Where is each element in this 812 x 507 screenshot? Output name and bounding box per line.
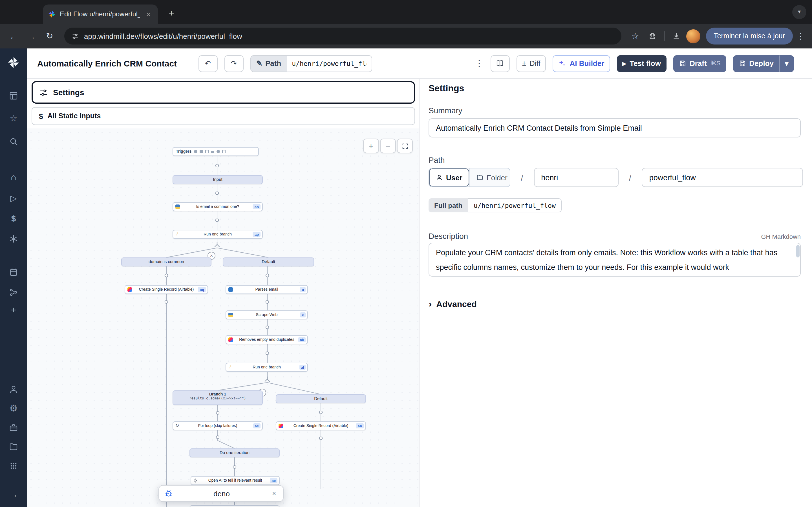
flow-node-removes-duplicates[interactable]: Removes empty and duplicates ak: [225, 335, 308, 344]
flow-node-input[interactable]: Input: [172, 175, 263, 184]
zoom-fit-button[interactable]: [397, 138, 413, 153]
flow-branch-default-1[interactable]: Default: [223, 258, 314, 267]
http-icon: [205, 150, 208, 153]
flow-node-create-record-1[interactable]: Create Single Record (Airtable) aq: [124, 285, 208, 294]
sidebar-item-settings[interactable]: ⚙: [0, 404, 27, 413]
reload-button[interactable]: ↻: [42, 28, 57, 44]
app-sidebar: ☆ ⌂ ▷ $ + ⚙ →: [0, 48, 27, 507]
tab-title: Edit Flow u/henri/powerful_flow: [60, 10, 140, 18]
sidebar-item-user[interactable]: [9, 385, 18, 394]
flow-branch-domain-common[interactable]: domain is common: [121, 258, 211, 267]
node-badge: ak: [298, 337, 306, 342]
sidebar-item-home[interactable]: ⌂: [0, 173, 27, 182]
back-button[interactable]: ←: [6, 28, 21, 44]
redo-button[interactable]: ↷: [224, 55, 243, 72]
path-separator: /: [618, 173, 642, 182]
flow-settings-selector[interactable]: Settings: [32, 81, 415, 104]
header-more-icon[interactable]: ⋮: [475, 58, 484, 69]
flow-node-for-loop[interactable]: ↻ For loop (skip failures) ac: [172, 421, 263, 431]
advanced-label: Advanced: [436, 299, 476, 309]
deploy-icon: [739, 60, 746, 67]
runtime-tooltip[interactable]: deno ×: [158, 485, 284, 502]
sidebar-item-resources[interactable]: [9, 234, 18, 243]
draft-button[interactable]: Draft ⌘S: [673, 55, 726, 72]
email-trigger-icon: [216, 150, 220, 153]
diff-button[interactable]: ± Diff: [516, 55, 546, 72]
markdown-hint: GH Markdown: [761, 233, 801, 240]
advanced-section-toggle[interactable]: › Advanced: [428, 299, 803, 309]
undo-button[interactable]: ↶: [198, 55, 217, 72]
zoom-in-button[interactable]: +: [363, 138, 379, 153]
flow-branch-1[interactable]: Branch 1 results.c.some((x)=>x!==""): [172, 390, 263, 405]
tab-close-icon[interactable]: ×: [144, 10, 153, 18]
flow-title[interactable]: Automatically Enrich CRM Contact: [37, 59, 177, 68]
node-badge: an: [356, 424, 364, 429]
forward-button[interactable]: →: [24, 28, 40, 44]
flow-node-email-check[interactable]: Is email a common one? ao: [172, 202, 263, 211]
sidebar-expand-icon[interactable]: →: [0, 490, 27, 499]
kafka-icon: [222, 150, 225, 153]
sidebar-item-runs[interactable]: ▷: [0, 194, 27, 203]
flow-branch-default-2[interactable]: Default: [276, 394, 366, 403]
flow-node-run-one-branch-1[interactable]: ⑂ Run one branch ap: [172, 230, 263, 239]
windmill-logo[interactable]: [7, 56, 20, 69]
browser-menu-icon[interactable]: ⋮: [795, 31, 806, 41]
test-flow-button[interactable]: ▶ Test flow: [617, 55, 666, 72]
flow-node-create-record-2[interactable]: Create Single Record (Airtable) an: [276, 421, 366, 431]
sidebar-item-workers[interactable]: [9, 288, 18, 297]
owner-kind-folder[interactable]: Folder: [469, 168, 510, 186]
path-name-input[interactable]: [642, 168, 803, 187]
full-path-value: u/henri/powerful_flow: [468, 198, 562, 212]
chrome-update-button[interactable]: Terminer la mise à jour: [706, 27, 793, 45]
node-badge: c: [300, 313, 306, 318]
summary-input[interactable]: [428, 118, 801, 137]
description-textarea[interactable]: Populate your CRM contacts' details from…: [428, 243, 801, 277]
flow-node-scrape-web[interactable]: Scrape Web c: [225, 311, 308, 320]
path-edit-button[interactable]: ✎ Path: [251, 55, 287, 71]
flow-node-triggers[interactable]: Triggers: [172, 147, 259, 156]
new-tab-button[interactable]: +: [165, 7, 178, 20]
flow-node-partial[interactable]: [190, 505, 280, 507]
sidebar-item-folders[interactable]: [9, 442, 18, 451]
sidebar-item-search[interactable]: [9, 137, 18, 146]
chevron-right-icon: ›: [428, 300, 432, 308]
flow-node-run-one-branch-2[interactable]: ⑂ Run one branch al: [225, 363, 308, 372]
tab-search-button[interactable]: ▾: [792, 5, 806, 19]
save-icon: [679, 60, 686, 67]
deploy-button[interactable]: Deploy: [733, 55, 779, 72]
flow-canvas[interactable]: + − Triggers Input: [27, 128, 419, 507]
browser-tab[interactable]: Edit Flow u/henri/powerful_flow ×: [43, 4, 158, 24]
profile-avatar[interactable]: [686, 29, 700, 43]
node-badge: ac: [253, 424, 260, 429]
deploy-dropdown-button[interactable]: ▾: [779, 55, 794, 72]
fullscreen-icon: [402, 143, 408, 149]
flow-node-openai-check[interactable]: Open AI to tell if relevant result ae: [191, 476, 280, 485]
browser-tabstrip: Edit Flow u/henri/powerful_flow × + ▾: [0, 0, 812, 24]
sidebar-item-workspace[interactable]: [9, 423, 18, 432]
path-owner-input[interactable]: [534, 168, 618, 187]
ai-builder-label: AI Builder: [570, 59, 605, 68]
site-info-icon[interactable]: [71, 33, 79, 40]
download-icon[interactable]: [669, 29, 684, 43]
tooltip-close-icon[interactable]: ×: [270, 490, 278, 497]
extensions-icon[interactable]: [645, 29, 659, 43]
sidebar-item-apps[interactable]: [9, 91, 18, 100]
zoom-out-button[interactable]: −: [380, 138, 396, 153]
sidebar-item-apps-grid[interactable]: [9, 461, 18, 470]
path-input[interactable]: [287, 55, 371, 71]
sidebar-item-variables[interactable]: $: [0, 214, 27, 223]
flow-node-parses-email[interactable]: Parses email a: [225, 285, 308, 294]
sidebar-item-create[interactable]: +: [0, 306, 27, 315]
owner-kind-user[interactable]: User: [429, 168, 469, 186]
flow-node-do-one-iteration[interactable]: Do one iteration: [190, 448, 280, 457]
description-scrollbar[interactable]: [796, 245, 800, 258]
static-inputs-label: All Static Inputs: [47, 112, 101, 120]
all-static-inputs[interactable]: $ All Static Inputs: [32, 107, 415, 125]
sidebar-item-favorites[interactable]: ☆: [0, 114, 27, 123]
address-bar[interactable]: app.windmill.dev/flows/edit/u/henri/powe…: [64, 27, 621, 45]
bookmark-star-icon[interactable]: ☆: [628, 29, 643, 43]
sparkles-icon: [559, 59, 566, 67]
ai-builder-button[interactable]: AI Builder: [553, 55, 610, 72]
docs-button[interactable]: [491, 55, 510, 72]
sidebar-item-schedules[interactable]: [9, 268, 18, 277]
